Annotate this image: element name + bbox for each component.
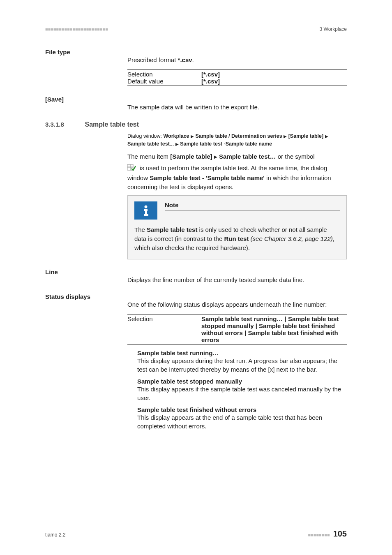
- status-item-description: This display appears at the end of a sam…: [137, 413, 347, 430]
- text-run-italic: (see Chapter 3.6.2, page 122): [249, 235, 332, 242]
- note-body: The Sample table test is only used to ch…: [134, 225, 340, 252]
- breadcrumb-part: Workplace: [164, 133, 189, 139]
- kv-key: Selection: [127, 71, 201, 78]
- status-option: Sample table test running…: [201, 315, 283, 322]
- file-type-format: *.csv: [178, 56, 192, 63]
- footer-dashes: ■■■■■■■■: [308, 532, 330, 537]
- file-type-text-post: .: [192, 56, 194, 63]
- divider: [127, 86, 347, 86]
- status-selection-table: Selection Sample table test running… | S…: [127, 315, 347, 343]
- section-paragraph-1: The menu item [Sample table] ▶ Sample ta…: [127, 152, 347, 161]
- list-item: Sample table test running… This display …: [137, 349, 347, 374]
- table-row: Selection Sample table test running… | S…: [127, 315, 347, 343]
- status-item-heading: Sample table test stopped manually: [137, 378, 347, 385]
- svg-rect-6: [145, 209, 147, 215]
- text-run-bold: [Sample table]: [170, 153, 212, 160]
- kv-value: Sample table test running… | Sample tabl…: [201, 315, 347, 343]
- page-number: 105: [333, 529, 347, 539]
- kv-value: [*.csv]: [201, 78, 347, 85]
- file-type-text-pre: Prescribed format: [127, 56, 178, 63]
- page-footer: tiamo 2.2 ■■■■■■■■ 105: [45, 529, 347, 539]
- breadcrumb: Dialog window: Workplace ▶ Sample table …: [127, 132, 347, 148]
- section-heading: 3.3.1.8 Sample table test: [45, 121, 347, 128]
- note-box: Note The Sample table test is only used …: [127, 195, 347, 259]
- status-item-description: This display appears during the test run…: [137, 356, 347, 374]
- divider: [127, 344, 347, 345]
- text-run-bold: Run test: [224, 235, 249, 242]
- status-list: Sample table test running… This display …: [127, 349, 347, 430]
- file-type-table: Selection [*.csv] Default value [*.csv]: [127, 71, 347, 85]
- text-run: The menu item: [127, 153, 170, 160]
- chevron-right-icon: ▶: [191, 134, 194, 138]
- status-item-heading: Sample table test running…: [137, 349, 347, 356]
- divider: [127, 314, 347, 314]
- header-dashes: ■■■■■■■■■■■■■■■■■■■■■■■: [45, 27, 108, 32]
- breadcrumb-part: [Sample table]: [288, 133, 323, 139]
- save-text: The sample data will be written to the e…: [127, 103, 347, 112]
- list-item: Sample table test stopped manually This …: [137, 378, 347, 402]
- text-run: or the symbol: [276, 153, 314, 160]
- breadcrumb-part: Sample table test -Sample table name: [180, 141, 272, 147]
- chevron-right-icon: ▶: [175, 142, 179, 146]
- kv-value: [*.csv]: [201, 71, 347, 78]
- svg-rect-7: [144, 214, 148, 216]
- line-text: Displays the line number of the currentl…: [127, 275, 347, 284]
- line-label: Line: [45, 268, 127, 275]
- text-run-bold: Sample table test - 'Sample table name': [150, 174, 265, 181]
- chevron-right-icon: ▶: [325, 134, 328, 138]
- text-run: The: [134, 226, 147, 233]
- text-run-bold: Sample table test…: [219, 153, 276, 160]
- list-item: Sample table test finished without error…: [137, 406, 347, 430]
- section-paragraph-2: is used to perform the sample table test…: [127, 164, 347, 191]
- section-number: 3.3.1.8: [45, 121, 83, 128]
- status-item-description: This display appears if the sample table…: [137, 385, 347, 402]
- breadcrumb-part: Sample table test...: [127, 141, 174, 147]
- status-intro: One of the following status displays app…: [127, 300, 347, 309]
- sample-table-test-icon: [127, 164, 136, 173]
- note-title: Note: [165, 201, 340, 210]
- header-right: 3 Workplace: [320, 26, 347, 32]
- info-icon: [134, 201, 157, 220]
- status-item-heading: Sample table test finished without error…: [137, 406, 347, 413]
- save-label: [Save]: [45, 96, 127, 103]
- text-run-bold: Sample table test: [147, 226, 197, 233]
- status-displays-label: Status displays: [45, 293, 127, 300]
- breadcrumb-part: Sample table / Determination series: [196, 133, 282, 139]
- kv-key: Selection: [127, 315, 201, 343]
- chevron-right-icon: ▶: [214, 155, 217, 159]
- section-title: Sample table test: [85, 121, 139, 128]
- table-row: Default value [*.csv]: [127, 78, 347, 85]
- file-type-text: Prescribed format *.csv.: [127, 56, 347, 65]
- table-row: Selection [*.csv]: [127, 71, 347, 78]
- chevron-right-icon: ▶: [284, 134, 287, 138]
- file-type-label: File type: [45, 49, 127, 56]
- breadcrumb-label: Dialog window:: [127, 133, 164, 139]
- divider: [127, 69, 347, 70]
- svg-point-4: [145, 206, 148, 208]
- footer-left: tiamo 2.2: [45, 532, 65, 538]
- kv-key: Default value: [127, 78, 201, 85]
- page-header: ■■■■■■■■■■■■■■■■■■■■■■■ 3 Workplace: [45, 26, 347, 32]
